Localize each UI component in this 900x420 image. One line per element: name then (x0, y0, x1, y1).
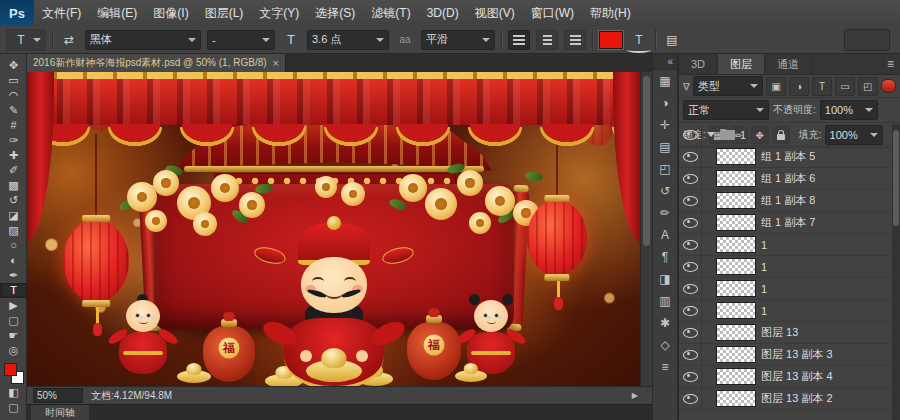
layer-row[interactable]: 组 1 副本 8 (679, 190, 892, 212)
filter-smart-object-icon[interactable]: ◰ (858, 77, 878, 96)
dock-panel-icon[interactable]: ▦ (653, 70, 677, 92)
visibility-toggle[interactable] (679, 168, 702, 189)
filter-shape-icon[interactable]: ▭ (835, 77, 855, 96)
scrollbar-thumb[interactable] (643, 76, 650, 246)
menu-file[interactable]: 文件(F) (34, 0, 89, 26)
dock-panel-icon[interactable]: ≡ (653, 356, 677, 378)
layer-name[interactable]: 图层 13 (761, 325, 798, 340)
visibility-toggle[interactable] (679, 124, 702, 145)
close-icon[interactable]: × (273, 57, 279, 69)
filter-kind-select[interactable]: 类型 (693, 76, 763, 96)
layer-thumbnail[interactable] (716, 170, 756, 187)
text-orientation-icon[interactable]: ⇄ (59, 30, 79, 50)
align-center-button[interactable] (536, 30, 558, 50)
tab-layers[interactable]: 图层 (718, 54, 765, 74)
layer-name[interactable]: 组 1 副本 5 (761, 149, 815, 164)
layer-row[interactable]: 图层 13 副本 4 (679, 366, 892, 388)
panel-menu-icon[interactable]: ≡ (887, 54, 900, 74)
canvas-vertical-scrollbar[interactable] (640, 72, 652, 386)
layer-row[interactable]: 图层 13 副本 2 (679, 388, 892, 410)
quick-selection-tool[interactable]: ✎ (0, 103, 27, 118)
layer-thumbnail[interactable] (716, 280, 756, 297)
layer-thumbnail[interactable] (716, 148, 756, 165)
layer-thumbnail[interactable] (716, 324, 756, 341)
layer-name[interactable]: 图层 13 副本 4 (761, 369, 833, 384)
lasso-tool[interactable]: ◠ (0, 88, 27, 103)
layer-row[interactable]: 1 (679, 256, 892, 278)
visibility-toggle[interactable] (679, 322, 702, 343)
color-swatches[interactable] (0, 361, 27, 385)
menu-select[interactable]: 选择(S) (307, 0, 363, 26)
layer-name[interactable]: 1 (740, 129, 746, 141)
marquee-tool[interactable]: ▭ (0, 73, 27, 88)
tool-preset-button[interactable]: T (6, 29, 46, 51)
visibility-toggle[interactable] (679, 212, 702, 233)
dock-panel-icon[interactable]: ◑ (653, 92, 677, 114)
layer-name[interactable]: 组 1 副本 8 (761, 193, 815, 208)
gradient-tool[interactable]: ▨ (0, 223, 27, 238)
dock-panel-icon[interactable]: ◰ (653, 158, 677, 180)
screen-mode-button[interactable]: ▢ (0, 400, 27, 415)
layer-row[interactable]: 1 (679, 278, 892, 300)
dock-panel-icon[interactable]: ↺ (653, 180, 677, 202)
layer-name[interactable]: 1 (761, 239, 767, 251)
layer-thumbnail[interactable] (716, 346, 756, 363)
menu-help[interactable]: 帮助(H) (582, 0, 639, 26)
menu-view[interactable]: 视图(V) (467, 0, 523, 26)
opacity-select[interactable]: 100% (820, 100, 878, 120)
layer-row[interactable]: 1 (679, 234, 892, 256)
visibility-toggle[interactable] (679, 300, 702, 321)
warp-text-icon[interactable]: T (629, 30, 649, 50)
layer-row-group[interactable]: 1 (679, 124, 892, 146)
zoom-input[interactable]: 50% (33, 388, 83, 403)
document-tab[interactable]: 2016新作财神爷海报psd素材.psd @ 50% (1, RGB/8) × (27, 54, 286, 72)
eraser-tool[interactable]: ◪ (0, 208, 27, 223)
visibility-toggle[interactable] (679, 366, 702, 387)
eyedropper-tool[interactable]: ✑ (0, 133, 27, 148)
dock-panel-icon[interactable]: ✏ (653, 202, 677, 224)
layer-row[interactable]: 图层 13 (679, 322, 892, 344)
toggle-panels-icon[interactable]: ▤ (662, 30, 682, 50)
layer-row[interactable]: 组 1 副本 5 (679, 146, 892, 168)
visibility-toggle[interactable] (679, 190, 702, 211)
layer-thumbnail[interactable] (716, 192, 756, 209)
filter-adjustment-icon[interactable]: ◑ (789, 77, 809, 96)
layer-thumbnail[interactable] (716, 368, 756, 385)
shape-tool[interactable]: ▢ (0, 313, 27, 328)
layer-row[interactable]: 组 1 副本 6 (679, 168, 892, 190)
align-right-button[interactable] (564, 30, 586, 50)
menu-3d[interactable]: 3D(D) (419, 0, 467, 26)
history-brush-tool[interactable]: ↺ (0, 193, 27, 208)
layer-row[interactable]: 1 (679, 300, 892, 322)
layer-thumbnail[interactable] (716, 302, 756, 319)
dock-panel-icon[interactable]: ✱ (653, 312, 677, 334)
hand-tool[interactable]: ☛ (0, 328, 27, 343)
dock-panel-icon[interactable]: ▤ (653, 136, 677, 158)
menu-filter[interactable]: 滤镜(T) (363, 0, 418, 26)
group-expand-icon[interactable] (707, 132, 715, 137)
menu-type[interactable]: 文字(Y) (251, 0, 307, 26)
filter-type-icon[interactable]: T (812, 77, 832, 96)
zoom-tool[interactable]: ◎ (0, 343, 27, 358)
menu-edit[interactable]: 编辑(E) (89, 0, 145, 26)
foreground-color-swatch[interactable] (4, 363, 17, 376)
layer-row[interactable]: 图层 13 副本 3 (679, 344, 892, 366)
font-size-select[interactable]: 3.6 点 (307, 30, 389, 50)
status-popup-arrow[interactable]: ▶ (632, 391, 638, 400)
move-tool[interactable]: ✥ (0, 58, 27, 73)
visibility-toggle[interactable] (679, 388, 702, 409)
dock-panel-icon[interactable]: ¶ (653, 246, 677, 268)
quick-mask-button[interactable]: ◧ (0, 385, 27, 400)
layer-thumbnail[interactable] (716, 214, 756, 231)
tab-3d[interactable]: 3D (679, 54, 718, 74)
visibility-toggle[interactable] (679, 344, 702, 365)
layer-thumbnail[interactable] (716, 390, 756, 407)
font-family-select[interactable]: 黑体 (85, 30, 201, 50)
pen-tool[interactable]: ✒ (0, 268, 27, 283)
visibility-toggle[interactable] (679, 256, 702, 277)
blend-mode-select[interactable]: 正常 (683, 100, 769, 120)
layer-name[interactable]: 组 1 副本 6 (761, 171, 815, 186)
visibility-toggle[interactable] (679, 278, 702, 299)
healing-brush-tool[interactable]: ✚ (0, 148, 27, 163)
anti-alias-select[interactable]: 平滑 (421, 30, 495, 50)
